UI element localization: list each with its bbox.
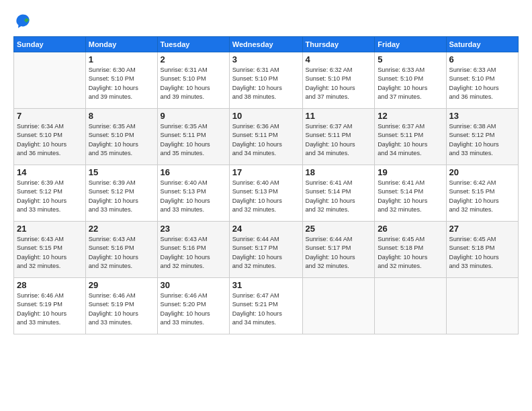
calendar-cell: 1Sunrise: 6:30 AMSunset: 5:10 PMDaylight…: [85, 52, 157, 109]
calendar-cell: 28Sunrise: 6:46 AMSunset: 5:19 PMDayligh…: [14, 278, 86, 334]
calendar-cell: 7Sunrise: 6:34 AMSunset: 5:10 PMDaylight…: [14, 109, 86, 165]
calendar-cell: 20Sunrise: 6:42 AMSunset: 5:15 PMDayligh…: [446, 165, 519, 222]
calendar-page: SundayMondayTuesdayWednesdayThursdayFrid…: [0, 0, 532, 411]
day-info: Sunrise: 6:35 AMSunset: 5:11 PMDaylight:…: [161, 122, 226, 158]
day-info: Sunrise: 6:45 AMSunset: 5:18 PMDaylight:…: [378, 235, 443, 271]
calendar-cell: [302, 278, 375, 334]
calendar-cell: 22Sunrise: 6:43 AMSunset: 5:16 PMDayligh…: [85, 222, 157, 278]
calendar-cell: 5Sunrise: 6:33 AMSunset: 5:10 PMDaylight…: [375, 52, 446, 109]
day-number: 20: [449, 167, 516, 177]
day-number: 23: [161, 224, 226, 234]
calendar-week-row: 14Sunrise: 6:39 AMSunset: 5:12 PMDayligh…: [14, 165, 519, 222]
day-number: 24: [232, 224, 300, 234]
calendar-table: SundayMondayTuesdayWednesdayThursdayFrid…: [13, 36, 519, 334]
weekday-header-wednesday: Wednesday: [229, 37, 302, 52]
day-info: Sunrise: 6:35 AMSunset: 5:10 PMDaylight:…: [89, 122, 154, 158]
calendar-cell: 19Sunrise: 6:41 AMSunset: 5:14 PMDayligh…: [375, 165, 446, 222]
day-number: 16: [161, 167, 226, 177]
calendar-cell: 17Sunrise: 6:40 AMSunset: 5:13 PMDayligh…: [229, 165, 302, 222]
day-number: 26: [378, 224, 443, 234]
day-info: Sunrise: 6:41 AMSunset: 5:14 PMDaylight:…: [306, 179, 372, 214]
calendar-cell: 30Sunrise: 6:46 AMSunset: 5:20 PMDayligh…: [157, 278, 229, 334]
calendar-cell: 18Sunrise: 6:41 AMSunset: 5:14 PMDayligh…: [302, 165, 375, 222]
day-info: Sunrise: 6:31 AMSunset: 5:10 PMDaylight:…: [161, 66, 226, 101]
calendar-cell: 14Sunrise: 6:39 AMSunset: 5:12 PMDayligh…: [14, 165, 86, 222]
weekday-header-saturday: Saturday: [446, 37, 519, 52]
weekday-header-friday: Friday: [375, 37, 446, 52]
calendar-cell: 6Sunrise: 6:33 AMSunset: 5:10 PMDaylight…: [446, 52, 519, 109]
calendar-cell: 2Sunrise: 6:31 AMSunset: 5:10 PMDaylight…: [157, 52, 229, 109]
day-number: 13: [449, 111, 516, 121]
day-info: Sunrise: 6:40 AMSunset: 5:13 PMDaylight:…: [232, 179, 300, 214]
calendar-cell: 26Sunrise: 6:45 AMSunset: 5:18 PMDayligh…: [375, 222, 446, 278]
day-number: 3: [232, 54, 300, 64]
calendar-cell: 3Sunrise: 6:31 AMSunset: 5:10 PMDaylight…: [229, 52, 302, 109]
day-number: 9: [161, 111, 226, 121]
calendar-cell: 4Sunrise: 6:32 AMSunset: 5:10 PMDaylight…: [302, 52, 375, 109]
calendar-cell: 10Sunrise: 6:36 AMSunset: 5:11 PMDayligh…: [229, 109, 302, 165]
weekday-header-thursday: Thursday: [302, 37, 375, 52]
day-info: Sunrise: 6:45 AMSunset: 5:18 PMDaylight:…: [449, 235, 516, 271]
day-number: 1: [89, 54, 154, 64]
calendar-week-row: 7Sunrise: 6:34 AMSunset: 5:10 PMDaylight…: [14, 109, 519, 165]
day-info: Sunrise: 6:30 AMSunset: 5:10 PMDaylight:…: [89, 66, 154, 101]
logo: [13, 12, 35, 31]
calendar-cell: 23Sunrise: 6:43 AMSunset: 5:16 PMDayligh…: [157, 222, 229, 278]
day-info: Sunrise: 6:39 AMSunset: 5:12 PMDaylight:…: [17, 179, 83, 214]
day-number: 18: [306, 167, 372, 177]
day-number: 7: [17, 111, 83, 121]
calendar-cell: [14, 52, 86, 109]
day-number: 21: [17, 224, 83, 234]
calendar-week-row: 28Sunrise: 6:46 AMSunset: 5:19 PMDayligh…: [14, 278, 519, 334]
calendar-cell: 27Sunrise: 6:45 AMSunset: 5:18 PMDayligh…: [446, 222, 519, 278]
weekday-header-row: SundayMondayTuesdayWednesdayThursdayFrid…: [14, 37, 519, 52]
day-info: Sunrise: 6:33 AMSunset: 5:10 PMDaylight:…: [449, 66, 516, 101]
calendar-cell: [446, 278, 519, 334]
calendar-cell: [375, 278, 446, 334]
calendar-week-row: 1Sunrise: 6:30 AMSunset: 5:10 PMDaylight…: [14, 52, 519, 109]
day-info: Sunrise: 6:38 AMSunset: 5:12 PMDaylight:…: [449, 122, 516, 158]
day-number: 22: [89, 224, 154, 234]
header: [13, 12, 519, 31]
day-info: Sunrise: 6:43 AMSunset: 5:16 PMDaylight:…: [161, 235, 226, 271]
day-number: 8: [89, 111, 154, 121]
day-info: Sunrise: 6:44 AMSunset: 5:17 PMDaylight:…: [232, 235, 300, 271]
day-number: 6: [449, 54, 516, 64]
day-number: 12: [378, 111, 443, 121]
day-number: 28: [17, 280, 83, 290]
calendar-cell: 13Sunrise: 6:38 AMSunset: 5:12 PMDayligh…: [446, 109, 519, 165]
day-info: Sunrise: 6:41 AMSunset: 5:14 PMDaylight:…: [378, 179, 443, 214]
logo-icon: [13, 12, 32, 31]
day-number: 25: [306, 224, 372, 234]
calendar-cell: 24Sunrise: 6:44 AMSunset: 5:17 PMDayligh…: [229, 222, 302, 278]
day-number: 14: [17, 167, 83, 177]
day-number: 11: [306, 111, 372, 121]
day-info: Sunrise: 6:37 AMSunset: 5:11 PMDaylight:…: [378, 122, 443, 158]
day-number: 10: [232, 111, 300, 121]
day-info: Sunrise: 6:39 AMSunset: 5:12 PMDaylight:…: [89, 179, 154, 214]
day-info: Sunrise: 6:34 AMSunset: 5:10 PMDaylight:…: [17, 122, 83, 158]
day-info: Sunrise: 6:46 AMSunset: 5:19 PMDaylight:…: [17, 291, 83, 327]
day-info: Sunrise: 6:46 AMSunset: 5:20 PMDaylight:…: [161, 291, 226, 327]
calendar-cell: 31Sunrise: 6:47 AMSunset: 5:21 PMDayligh…: [229, 278, 302, 334]
day-number: 31: [232, 280, 300, 290]
day-number: 27: [449, 224, 516, 234]
calendar-cell: 11Sunrise: 6:37 AMSunset: 5:11 PMDayligh…: [302, 109, 375, 165]
day-info: Sunrise: 6:43 AMSunset: 5:16 PMDaylight:…: [89, 235, 154, 271]
day-info: Sunrise: 6:42 AMSunset: 5:15 PMDaylight:…: [449, 179, 516, 214]
day-number: 2: [161, 54, 226, 64]
day-number: 5: [378, 54, 443, 64]
calendar-cell: 8Sunrise: 6:35 AMSunset: 5:10 PMDaylight…: [85, 109, 157, 165]
weekday-header-monday: Monday: [85, 37, 157, 52]
day-number: 4: [306, 54, 372, 64]
day-info: Sunrise: 6:33 AMSunset: 5:10 PMDaylight:…: [378, 66, 443, 101]
calendar-cell: 29Sunrise: 6:46 AMSunset: 5:19 PMDayligh…: [85, 278, 157, 334]
day-number: 29: [89, 280, 154, 290]
day-info: Sunrise: 6:43 AMSunset: 5:15 PMDaylight:…: [17, 235, 83, 271]
calendar-cell: 16Sunrise: 6:40 AMSunset: 5:13 PMDayligh…: [157, 165, 229, 222]
day-info: Sunrise: 6:36 AMSunset: 5:11 PMDaylight:…: [232, 122, 300, 158]
day-number: 15: [89, 167, 154, 177]
calendar-cell: 25Sunrise: 6:44 AMSunset: 5:17 PMDayligh…: [302, 222, 375, 278]
calendar-cell: 12Sunrise: 6:37 AMSunset: 5:11 PMDayligh…: [375, 109, 446, 165]
weekday-header-sunday: Sunday: [14, 37, 86, 52]
